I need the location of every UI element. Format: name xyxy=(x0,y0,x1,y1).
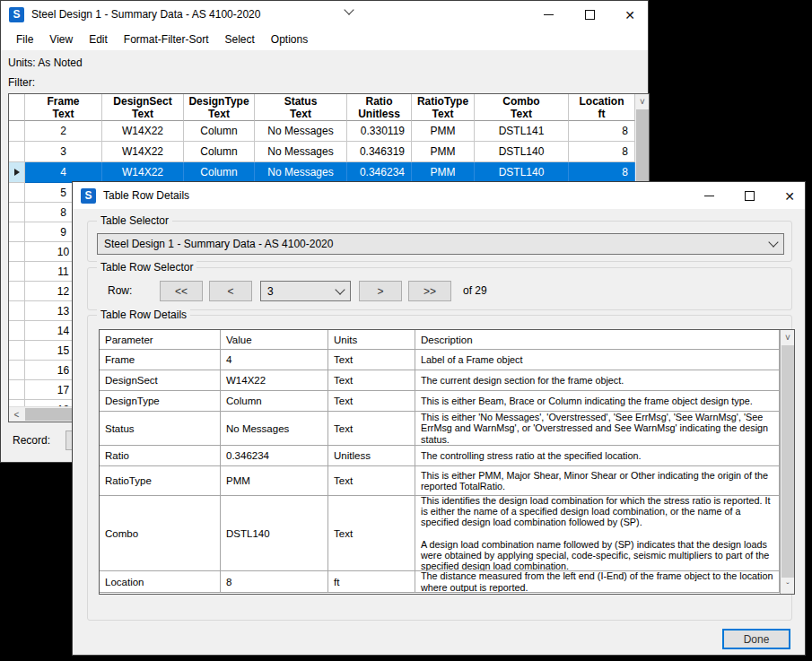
table-row-selector-group-label: Table Row Selector xyxy=(97,261,196,274)
table-row-cell[interactable]: 2 xyxy=(25,121,102,142)
record-label: Record: xyxy=(13,434,50,447)
table-row-cell[interactable]: 3 xyxy=(25,142,102,162)
row-selector-cell[interactable] xyxy=(9,162,25,183)
table-row-cell[interactable]: No Messages xyxy=(255,162,347,183)
minimize-button[interactable] xyxy=(535,5,562,24)
maximize-button[interactable] xyxy=(576,5,603,24)
table-row-cell[interactable]: 8 xyxy=(569,121,635,142)
detail-description-cell: Label of a Frame object xyxy=(415,350,780,370)
detail-parameter-cell: DesignType xyxy=(100,391,221,412)
dialog-table-selector-value: Steel Design 1 - Summary Data - AS 4100-… xyxy=(104,238,770,250)
table-row-cell[interactable]: DSTL140 xyxy=(475,162,569,183)
menu-item-options[interactable]: Options xyxy=(263,30,316,49)
column-header-ratiotype: RatioType Text xyxy=(412,94,475,121)
details-header-units: Units xyxy=(328,330,415,350)
column-header-ratio: Ratio Unitless xyxy=(347,94,412,121)
maximize-icon xyxy=(585,10,595,20)
detail-units-cell: Text xyxy=(328,496,415,571)
row-selector-cell[interactable] xyxy=(9,203,25,222)
menu-item-edit[interactable]: Edit xyxy=(81,30,116,49)
filter-label: Filter: xyxy=(8,76,35,89)
table-row-cell[interactable]: W14X22 xyxy=(102,142,184,162)
last-row-button[interactable]: >> xyxy=(408,281,451,301)
row-selector-cell[interactable] xyxy=(9,142,25,162)
table-row-cell[interactable]: W14X22 xyxy=(102,121,184,142)
table-row-details-group: Table Row Details ˅ ˇ ParameterValueUnit… xyxy=(87,315,792,621)
menu-item-format-filter-sort[interactable]: Format-Filter-Sort xyxy=(116,30,217,49)
table-row-cell[interactable]: DSTL141 xyxy=(475,121,569,142)
scroll-left-icon[interactable]: ˂ xyxy=(9,407,24,422)
menu-item-select[interactable]: Select xyxy=(217,30,263,49)
close-button[interactable]: ✕ xyxy=(616,5,643,24)
detail-value-cell: 8 xyxy=(221,571,328,593)
current-row-arrow-icon xyxy=(14,169,20,176)
row-selector-cell[interactable] xyxy=(9,380,25,400)
detail-parameter-cell: Combo xyxy=(100,496,221,571)
v-scroll-thumb[interactable] xyxy=(636,109,649,186)
row-selector-cell[interactable] xyxy=(9,262,25,282)
table-row-details-dialog: S Table Row Details ✕ Table Selector Ste… xyxy=(72,181,806,656)
table-row-cell[interactable]: PMM xyxy=(412,162,475,183)
details-v-scrollbar[interactable]: ˅ ˇ xyxy=(780,330,794,594)
of-total-label: of 29 xyxy=(463,284,487,297)
detail-description-cell: This identifies the design load combinat… xyxy=(415,496,780,571)
row-selector-cell[interactable] xyxy=(9,361,25,380)
detail-value-cell: 4 xyxy=(221,350,328,370)
detail-description-cell: The controlling stress ratio at the spec… xyxy=(415,446,780,466)
table-row-cell[interactable]: 0.346234 xyxy=(347,162,412,183)
detail-units-cell: Text xyxy=(328,466,415,496)
row-selector-cell[interactable] xyxy=(9,222,25,242)
table-row-cell[interactable]: W14X22 xyxy=(102,162,184,183)
row-selector-cell[interactable] xyxy=(9,400,25,406)
table-row-cell[interactable]: 8 xyxy=(569,162,635,183)
table-row-cell[interactable]: 0.330119 xyxy=(347,121,412,142)
detail-value-cell: DSTL140 xyxy=(221,496,328,571)
prev-row-button[interactable]: < xyxy=(209,281,252,301)
row-selector-cell[interactable] xyxy=(9,183,25,203)
done-button[interactable]: Done xyxy=(722,629,790,649)
next-row-button[interactable]: > xyxy=(359,281,402,301)
table-row-selector-group: Table Row Selector Row: << < 3 > >> of 2… xyxy=(87,267,792,310)
table-row-cell[interactable]: 8 xyxy=(569,142,635,162)
detail-parameter-cell: Location xyxy=(100,571,221,593)
table-row-cell[interactable]: Column xyxy=(184,121,255,142)
dialog-minimize-button[interactable] xyxy=(695,187,722,205)
dialog-close-button[interactable]: ✕ xyxy=(776,187,803,205)
table-selector-combo-dialog[interactable]: Steel Design 1 - Summary Data - AS 4100-… xyxy=(97,233,784,255)
row-selector-cell[interactable] xyxy=(9,341,25,361)
details-header-value: Value xyxy=(221,330,328,350)
row-number-combo[interactable]: 3 xyxy=(260,281,351,301)
detail-units-cell: Text xyxy=(328,412,415,446)
menu-item-file[interactable]: File xyxy=(8,30,41,49)
table-row-cell[interactable]: 4 xyxy=(25,162,102,183)
column-header-combo: Combo Text xyxy=(475,94,569,121)
table-row-cell[interactable]: PMM xyxy=(412,142,475,162)
detail-parameter-cell: Ratio xyxy=(100,446,221,466)
scroll-up-icon[interactable]: ˅ xyxy=(635,94,650,109)
scroll-up-icon[interactable]: ˅ xyxy=(781,330,795,344)
table-row-cell[interactable]: Column xyxy=(184,142,255,162)
table-row-cell[interactable]: PMM xyxy=(412,121,475,142)
main-menubar: FileViewEditFormat-Filter-SortSelectOpti… xyxy=(1,28,648,50)
row-selector-cell[interactable] xyxy=(9,282,25,301)
row-selector-cell[interactable] xyxy=(9,121,25,142)
details-scroll-thumb[interactable] xyxy=(781,345,794,578)
chevron-down-icon xyxy=(768,237,778,247)
detail-description-cell: This is either 'No Messages', 'Overstres… xyxy=(415,412,780,446)
detail-units-cell: Text xyxy=(328,350,415,370)
table-row-cell[interactable]: DSTL140 xyxy=(475,142,569,162)
table-selector-group-label: Table Selector xyxy=(97,214,172,227)
table-row-cell[interactable]: No Messages xyxy=(255,142,347,162)
row-selector-cell[interactable] xyxy=(9,321,25,341)
scroll-down-icon[interactable]: ˇ xyxy=(781,579,795,594)
detail-units-cell: Text xyxy=(328,391,415,412)
menu-item-view[interactable]: View xyxy=(41,30,81,49)
table-row-cell[interactable]: No Messages xyxy=(255,121,347,142)
row-selector-cell[interactable] xyxy=(9,242,25,262)
row-label: Row: xyxy=(108,284,132,297)
table-row-cell[interactable]: Column xyxy=(184,162,255,183)
dialog-maximize-button[interactable] xyxy=(736,187,763,205)
first-row-button[interactable]: << xyxy=(160,281,203,301)
row-selector-cell[interactable] xyxy=(9,301,25,321)
table-row-cell[interactable]: 0.346319 xyxy=(347,142,412,162)
